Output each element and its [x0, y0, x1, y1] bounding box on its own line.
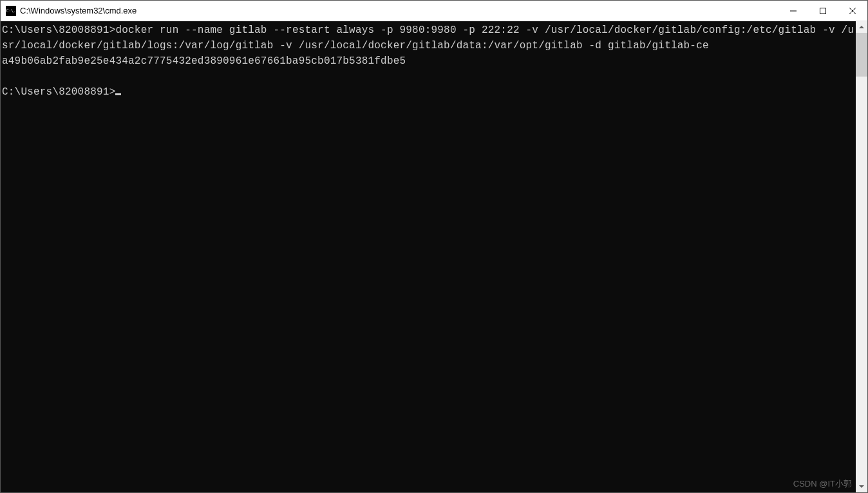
scroll-track[interactable] — [856, 33, 867, 481]
command-text: docker run --name gitlab --restart alway… — [2, 24, 854, 51]
svg-rect-1 — [820, 8, 826, 14]
prompt: C:\Users\82008891> — [2, 24, 115, 36]
window-title: C:\Windows\system32\cmd.exe — [20, 6, 778, 15]
client-area: C:\Users\82008891>docker run --name gitl… — [1, 21, 867, 492]
cmd-window: C:\. C:\Windows\system32\cmd.exe C:\User… — [0, 0, 868, 493]
minimize-button[interactable] — [778, 1, 808, 21]
vertical-scrollbar[interactable] — [856, 21, 867, 492]
prompt: C:\Users\82008891> — [2, 86, 115, 98]
scroll-thumb[interactable] — [856, 33, 867, 77]
window-controls — [778, 1, 867, 21]
terminal-output[interactable]: C:\Users\82008891>docker run --name gitl… — [1, 21, 856, 492]
watermark-text: CSDN @IT小郭 — [793, 478, 852, 490]
close-button[interactable] — [838, 1, 867, 21]
cmd-icon: C:\. — [6, 6, 16, 16]
cmd-icon-text: C:\. — [6, 8, 16, 14]
maximize-button[interactable] — [808, 1, 838, 21]
scroll-down-arrow-icon[interactable] — [856, 481, 867, 492]
titlebar[interactable]: C:\. C:\Windows\system32\cmd.exe — [1, 1, 867, 21]
scroll-up-arrow-icon[interactable] — [856, 21, 867, 33]
output-hash: a49b06ab2fab9e25e434a2c7775432ed3890961e… — [2, 55, 406, 67]
cursor — [115, 93, 121, 95]
